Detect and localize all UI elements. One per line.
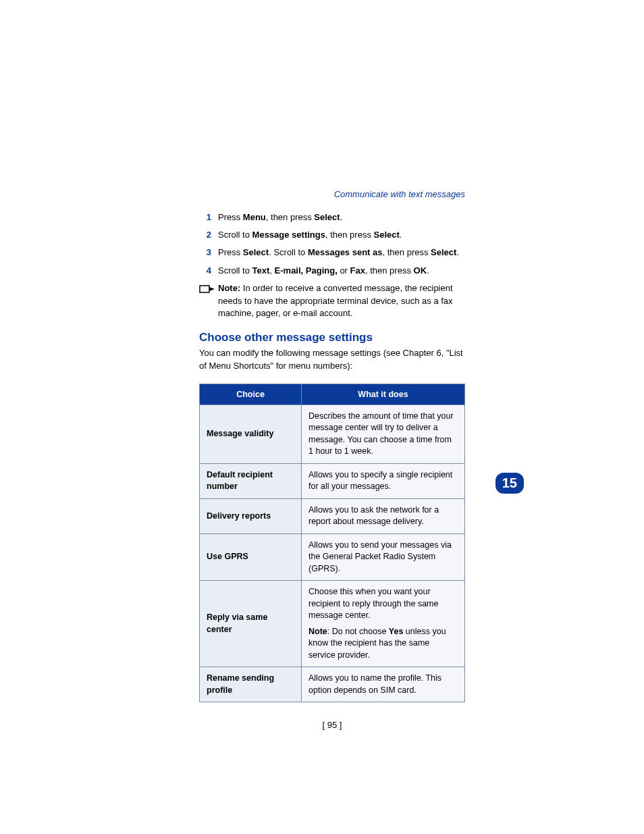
desc-cell: Allows you to send your messages via the… [302, 533, 465, 581]
desc-cell: Allows you to specify a single recipient… [302, 463, 465, 498]
choice-cell: Use GPRS [200, 533, 302, 581]
note-text: Note: In order to receive a converted me… [218, 282, 465, 321]
table-row: Rename sending profileAllows you to name… [200, 667, 465, 702]
note-block: Note: In order to receive a converted me… [199, 282, 465, 321]
choice-cell: Message validity [200, 405, 302, 463]
chapter-tab: 15 [495, 473, 524, 494]
choice-cell: Reply via same center [200, 581, 302, 667]
table-header-desc: What it does [302, 384, 465, 405]
step-text: Scroll to Message settings, then press S… [218, 229, 402, 241]
table-row: Message validityDescribes the amount of … [200, 405, 465, 463]
desc-cell: Allows you to name the profile. This opt… [302, 667, 465, 702]
note-body: In order to receive a converted message,… [218, 283, 453, 319]
running-header: Communicate with text messages [199, 189, 465, 199]
step-item: 1Press Menu, then press Select. [199, 211, 465, 224]
step-number: 4 [199, 265, 211, 277]
choice-cell: Rename sending profile [200, 667, 302, 702]
step-item: 2Scroll to Message settings, then press … [199, 229, 465, 241]
step-number: 2 [199, 229, 211, 241]
step-item: 3Press Select. Scroll to Messages sent a… [199, 246, 465, 259]
choice-cell: Delivery reports [200, 498, 302, 533]
step-item: 4Scroll to Text, E-mail, Paging, or Fax,… [199, 265, 465, 277]
table-row: Use GPRSAllows you to send your messages… [200, 533, 465, 581]
page-number: [ 95 ] [199, 720, 465, 730]
step-number: 3 [199, 246, 211, 259]
step-text: Scroll to Text, E-mail, Paging, or Fax, … [218, 265, 429, 277]
intro-text: You can modify the following message set… [199, 347, 465, 373]
table-row: Delivery reportsAllows you to ask the ne… [200, 498, 465, 533]
step-number: 1 [199, 211, 211, 224]
desc-cell: Choose this when you want your recipient… [302, 581, 465, 667]
choice-cell: Default recipient number [200, 463, 302, 498]
settings-table-body: Message validityDescribes the amount of … [200, 405, 465, 702]
svg-marker-1 [209, 287, 215, 291]
step-text: Press Menu, then press Select. [218, 211, 342, 224]
table-row: Reply via same centerChoose this when yo… [200, 581, 465, 667]
table-header-choice: Choice [200, 384, 302, 405]
desc-cell: Describes the amount of time that your m… [302, 405, 465, 463]
note-label: Note: [218, 283, 240, 293]
settings-table: Choice What it does Message validityDesc… [199, 384, 465, 703]
note-icon [199, 282, 218, 321]
svg-rect-0 [200, 286, 209, 292]
cell-note: Note: Do not choose Yes unless you know … [308, 626, 458, 662]
table-row: Default recipient numberAllows you to sp… [200, 463, 465, 498]
step-text: Press Select. Scroll to Messages sent as… [218, 246, 459, 259]
section-heading: Choose other message settings [199, 331, 465, 344]
desc-cell: Allows you to ask the network for a repo… [302, 498, 465, 533]
steps-list: 1Press Menu, then press Select.2Scroll t… [199, 211, 465, 277]
